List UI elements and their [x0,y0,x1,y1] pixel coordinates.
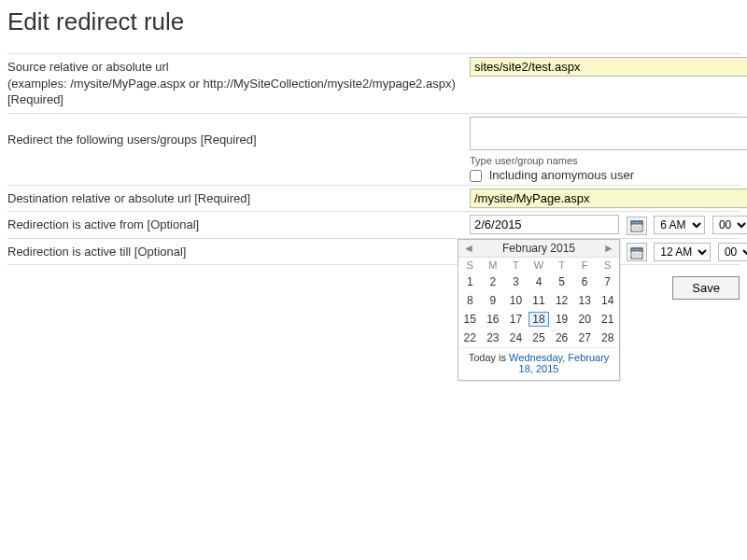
calendar-dow: M [482,258,505,273]
active-till-calendar-button[interactable] [627,243,647,261]
usergroup-hint: Type user/group names [470,155,740,166]
calendar-dow: S [596,258,619,273]
calendar-dow: T [550,258,573,273]
chevron-right-icon: ► [603,242,614,255]
calendar-dow: S [458,258,482,273]
calendar-day[interactable]: 6 [573,273,597,291]
calendar-day[interactable]: 10 [504,291,528,303]
source-url-label: Source relative or absolute url (example… [7,57,470,110]
active-from-min-select[interactable]: 00 [712,216,747,234]
active-from-date-input[interactable] [470,215,619,234]
active-from-hour-select[interactable]: 6 AM [654,216,705,234]
calendar-day[interactable]: 14 [596,291,619,303]
calendar-day[interactable]: 13 [573,291,597,303]
calendar-day[interactable]: 1 [458,273,482,291]
destination-url-input[interactable] [470,189,747,208]
date-picker-popup: ◄ February 2015 ► SMTWTFS123456789101112… [458,239,620,303]
svg-rect-1 [631,221,642,224]
calendar-icon [630,245,643,259]
calendar-day[interactable]: 5 [550,273,573,291]
redirect-users-label: Redirect the following users/groups [Req… [7,117,470,150]
calendar-dow: W [528,258,551,273]
calendar-prev-button[interactable]: ◄ [458,240,479,257]
source-url-input[interactable] [470,57,747,77]
active-from-label: Redirection is active from [Optional] [7,215,470,235]
active-till-hour-select[interactable]: 12 AM [654,243,711,261]
calendar-day[interactable]: 8 [458,291,482,303]
calendar-day[interactable]: 2 [482,273,505,291]
calendar-icon [630,218,643,232]
calendar-day[interactable]: 12 [550,291,573,303]
calendar-day[interactable]: 7 [596,273,619,291]
usergroup-input[interactable] [470,117,747,150]
calendar-day[interactable]: 9 [482,291,505,303]
calendar-day[interactable]: 4 [528,273,551,291]
active-till-label: Redirection is active till [Optional] [7,242,470,262]
page-title: Edit redirect rule [7,7,740,36]
calendar-day[interactable]: 3 [504,273,528,291]
active-from-calendar-button[interactable] [627,217,647,235]
active-till-min-select[interactable]: 00 [718,243,747,261]
calendar-dow: F [573,258,597,273]
save-button[interactable]: Save [672,276,740,300]
calendar-dow: T [504,258,528,273]
calendar-next-button[interactable]: ► [599,240,619,257]
calendar-day[interactable]: 11 [528,291,551,303]
include-anon-checkbox[interactable] [470,170,482,182]
chevron-left-icon: ◄ [463,242,474,255]
svg-rect-9 [631,248,642,251]
calendar-month-title: February 2015 [479,240,599,257]
include-anon-label: Including anomymous user [489,168,634,182]
destination-url-label: Destination relative or absolute url [Re… [7,189,470,209]
